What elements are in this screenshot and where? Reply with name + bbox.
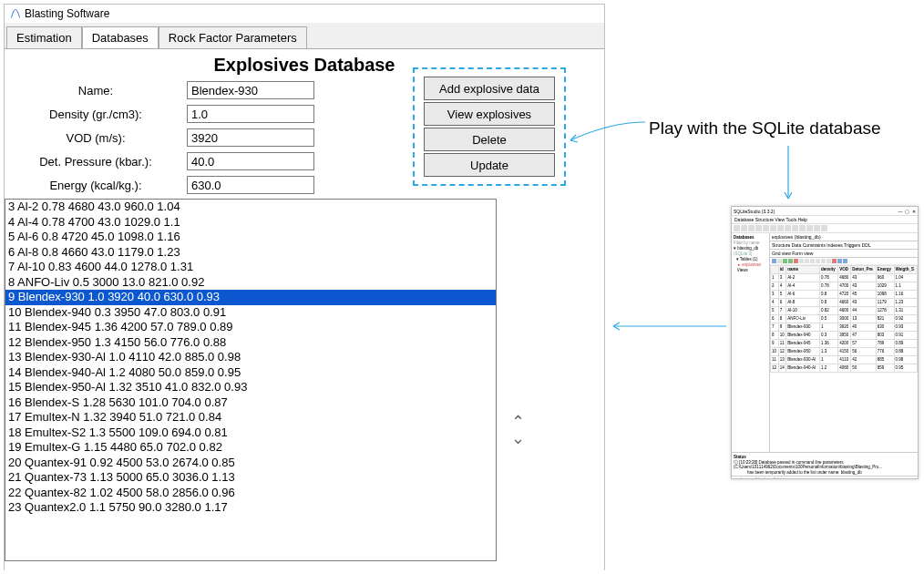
delete-button[interactable]: Delete bbox=[424, 128, 555, 151]
sqlite-bottom-tab[interactable]: explosives (blasting_db) bbox=[732, 476, 918, 479]
sqlite-grid[interactable]: idnamedensityVODDeton_PreEnergyWeigth_S1… bbox=[770, 265, 918, 452]
sqlite-main-tab[interactable]: explosives (blasting_db) bbox=[770, 233, 918, 241]
tab-estimation[interactable]: Estimation bbox=[6, 26, 82, 48]
tab-rock-factor[interactable]: Rock Factor Parameters bbox=[159, 26, 307, 48]
sqlite-view-tabs[interactable]: Grid view Form view bbox=[770, 250, 918, 258]
sqlite-window: SQLiteStudio (3.3.2) — ▢ ✕ Database Stru… bbox=[731, 206, 919, 479]
density-input[interactable] bbox=[187, 105, 314, 123]
name-input[interactable] bbox=[187, 81, 314, 99]
tab-databases[interactable]: Databases bbox=[82, 26, 159, 49]
arrow-icon bbox=[779, 144, 797, 204]
density-label: Density (gr./cm3): bbox=[5, 108, 187, 121]
list-item[interactable]: 23 Quantex2.0 1.1 5750 90.0 3280.0 1.17 bbox=[5, 500, 496, 516]
tabstrip: Estimation Databases Rock Factor Paramet… bbox=[5, 26, 604, 48]
app-window: Blasting Software Estimation Databases R… bbox=[4, 4, 605, 570]
list-item[interactable]: 8 ANFO-Liv 0.5 3000 13.0 821.0 0.92 bbox=[5, 275, 496, 291]
vod-label: VOD (m/s): bbox=[5, 131, 187, 145]
energy-label: Energy (kcal/kg.): bbox=[5, 179, 187, 192]
sqlite-title: SQLiteStudio (3.3.2) bbox=[734, 209, 775, 214]
list-item[interactable]: 13 Blendex-930-Al 1.0 4110 42.0 885.0 0.… bbox=[5, 350, 496, 365]
chevron-up-icon[interactable]: ⌃ bbox=[511, 414, 525, 430]
list-item[interactable]: 9 Blendex-930 1.0 3920 40.0 630.0 0.93 bbox=[5, 290, 496, 305]
list-item[interactable]: 16 Blendex-S 1.28 5630 101.0 704.0 0.87 bbox=[5, 395, 496, 411]
list-item[interactable]: 20 Quantex-91 0.92 4500 53.0 2674.0 0.85 bbox=[5, 456, 496, 471]
sqlite-toolbar[interactable] bbox=[732, 224, 918, 233]
annotation-text: Play with the SQLite database bbox=[649, 118, 881, 138]
button-group: Add explosive data View explosives Delet… bbox=[413, 67, 566, 186]
update-button[interactable]: Update bbox=[424, 153, 555, 177]
list-item[interactable]: 15 Blendex-950-Al 1.32 3510 41.0 832.0 0… bbox=[5, 380, 496, 395]
window-controls[interactable]: — ▢ ✕ bbox=[898, 209, 916, 214]
list-item[interactable]: 19 Emultex-G 1.15 4480 65.0 702.0 0.82 bbox=[5, 440, 496, 456]
vod-input[interactable] bbox=[187, 128, 314, 147]
explosives-listbox[interactable]: 3 Al-2 0.78 4680 43.0 960.0 1.044 Al-4 0… bbox=[5, 199, 497, 561]
scroll-hints: ⌃ ⌄ bbox=[511, 414, 525, 446]
list-item[interactable]: 21 Quantex-73 1.13 5000 65.0 3036.0 1.13 bbox=[5, 470, 496, 486]
list-item[interactable]: 14 Blendex-940-Al 1.2 4080 50.0 859.0 0.… bbox=[5, 365, 496, 381]
pressure-label: Det. Pressure (kbar.): bbox=[5, 155, 187, 169]
add-explosive-button[interactable]: Add explosive data bbox=[424, 77, 555, 100]
window-title: Blasting Software bbox=[25, 7, 109, 20]
sqlite-menu[interactable]: Database Structure View Tools Help bbox=[732, 216, 918, 224]
list-item[interactable]: 10 Blendex-940 0.3 3950 47.0 803.0 0.91 bbox=[5, 305, 496, 321]
list-item[interactable]: 5 Al-6 0.8 4720 45.0 1098.0 1.16 bbox=[5, 230, 496, 245]
list-item[interactable]: 12 Blendex-950 1.3 4150 56.0 776.0 0.88 bbox=[5, 335, 496, 351]
list-item[interactable]: 7 Al-10 0.83 4600 44.0 1278.0 1.31 bbox=[5, 260, 496, 275]
sqlite-status: Status ⓘ [10:23:28] Database passed in c… bbox=[732, 452, 918, 476]
sqlite-db-tree[interactable]: Databases Filter by name ▾ blasting_db (… bbox=[732, 233, 770, 452]
list-item[interactable]: 4 Al-4 0.78 4700 43.0 1029.0 1.1 bbox=[5, 215, 496, 231]
arrow-icon bbox=[565, 118, 647, 146]
arrow-icon bbox=[606, 317, 729, 335]
name-label: Name: bbox=[5, 84, 187, 97]
sqlite-subtabs[interactable]: Structure Data Constraints Indexes Trigg… bbox=[770, 241, 918, 250]
view-explosives-button[interactable]: View explosives bbox=[424, 102, 555, 126]
sqlite-grid-toolbar[interactable] bbox=[770, 258, 918, 265]
chevron-down-icon[interactable]: ⌄ bbox=[511, 430, 525, 446]
sqlite-titlebar: SQLiteStudio (3.3.2) — ▢ ✕ bbox=[732, 207, 918, 216]
pressure-input[interactable] bbox=[187, 152, 314, 170]
list-item[interactable]: 18 Emultex-S2 1.3 5500 109.0 694.0 0.81 bbox=[5, 425, 496, 441]
titlebar: Blasting Software bbox=[5, 5, 604, 23]
list-item[interactable]: 6 Al-8 0.8 4660 43.0 1179.0 1.23 bbox=[5, 245, 496, 261]
list-item[interactable]: 22 Quantex-82 1.02 4500 58.0 2856.0 0.96 bbox=[5, 486, 496, 501]
list-item[interactable]: 17 Emultex-N 1.32 3940 51.0 721.0 0.84 bbox=[5, 410, 496, 425]
list-item[interactable]: 11 Blendex-945 1.36 4200 57.0 789.0 0.89 bbox=[5, 320, 496, 335]
list-item[interactable]: 3 Al-2 0.78 4680 43.0 960.0 1.04 bbox=[5, 200, 496, 215]
energy-input[interactable] bbox=[187, 176, 314, 194]
tab-body: Explosives Database Name: Density (gr./c… bbox=[5, 48, 604, 571]
app-icon bbox=[10, 8, 21, 19]
